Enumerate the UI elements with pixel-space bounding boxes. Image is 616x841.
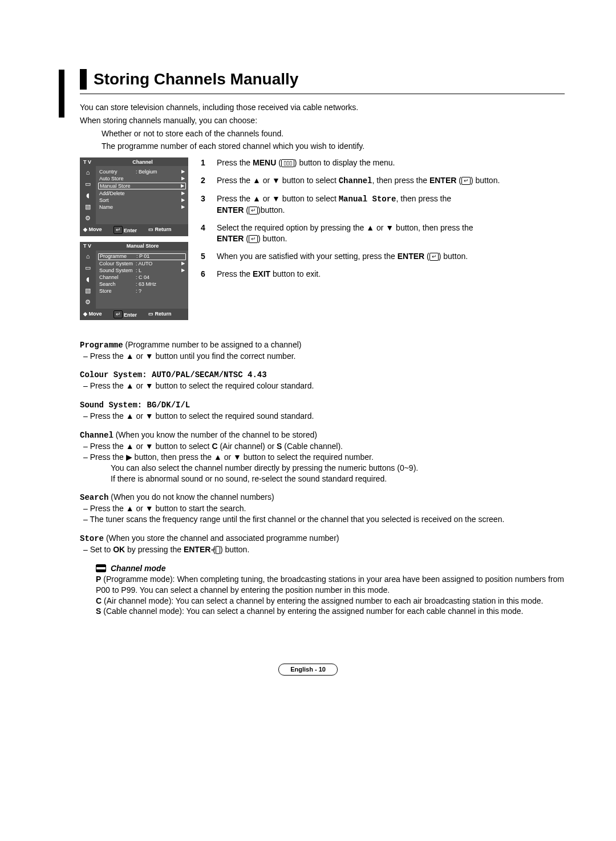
chevron-right-icon: ▶	[181, 197, 185, 204]
osd-foot-return: ▭ Return	[148, 226, 172, 234]
def-sound-system: Sound System: BG/DK/I/L – Press the ▲ or…	[80, 399, 565, 422]
def-channel: Channel (When you know the number of the…	[80, 430, 565, 484]
chevron-right-icon: ▶	[181, 261, 185, 267]
step-6: 6 Press the EXIT button to exit.	[201, 269, 565, 280]
tv-icon: ⌂	[83, 253, 92, 261]
enter-icon: ↵	[249, 207, 258, 215]
picture-icon: ▭	[83, 180, 92, 188]
intro-line-1: You can store television channels, inclu…	[80, 102, 565, 113]
title-row: Storing Channels Manually	[80, 68, 565, 90]
osd-column: T V Channel ⌂ ▭ ◖ ▧ ⚙ Country: Belgium▶ …	[80, 157, 188, 325]
osd1-title-left: T V	[83, 159, 100, 165]
side-marker	[59, 70, 64, 118]
osd2-row-sound: Sound System: L▶	[99, 268, 185, 274]
chevron-right-icon: ▶	[181, 204, 185, 211]
osd-foot-move: ◆ Move	[83, 310, 102, 318]
page-title: Storing Channels Manually	[94, 68, 298, 90]
intro-line-2: When storing channels manually, you can …	[80, 115, 565, 126]
step-2: 2 Press the ▲ or ▼ button to select Chan…	[201, 175, 565, 187]
def-store: Store (When you store the channel and as…	[80, 533, 565, 555]
osd1-footer: ◆ Move ↵ Enter ▭ Return	[80, 224, 188, 236]
setup-icon: ⚙	[83, 214, 92, 222]
chevron-right-icon: ▶	[181, 268, 185, 274]
enter-icon: ↵	[249, 235, 258, 243]
menu-icon: ▯▯▯	[281, 159, 294, 167]
sound-icon: ◖	[83, 276, 92, 284]
osd2-footer: ◆ Move ↵ Enter ▭ Return	[80, 309, 188, 320]
enter-icon: ↵	[216, 546, 220, 554]
title-rule	[80, 94, 565, 94]
intro-sub-2: The programme number of each stored chan…	[80, 141, 565, 152]
chevron-right-icon: ▶	[181, 176, 185, 182]
osd-menu-channel: T V Channel ⌂ ▭ ◖ ▧ ⚙ Country: Belgium▶ …	[80, 157, 188, 236]
step-1: 1 Press the MENU (▯▯▯) button to display…	[201, 157, 565, 168]
osd2-title-center: Manual Store	[100, 242, 185, 249]
channel-mode-title: Channel mode	[111, 564, 165, 573]
note-icon	[96, 564, 106, 572]
page-footer: English - 10	[0, 664, 616, 676]
chevron-right-icon: ▶	[181, 183, 184, 189]
steps-column: 1 Press the MENU (▯▯▯) button to display…	[201, 157, 565, 286]
chmode-c: C (Air channel mode): You can select a c…	[96, 596, 565, 607]
osd-foot-enter: ↵ Enter	[114, 310, 137, 318]
osd2-row-channel: Channel: C 04	[99, 274, 185, 281]
step-3: 3 Press the ▲ or ▼ button to select Manu…	[201, 193, 565, 216]
osd2-row-colour: Colour System: AUTO▶	[99, 261, 185, 268]
channel-icon: ▧	[83, 287, 92, 295]
manual-page: Storing Channels Manually You can store …	[0, 0, 616, 841]
setup-icon: ⚙	[83, 298, 92, 306]
enter-icon: ↵	[114, 226, 123, 234]
osd1-row-name: Name▶	[99, 204, 185, 211]
enter-icon: ↵	[114, 310, 123, 318]
osd1-header: T V Channel	[80, 157, 188, 166]
title-bar-icon	[80, 69, 87, 90]
channel-icon: ▧	[83, 203, 92, 211]
osd-foot-move: ◆ Move	[83, 226, 102, 234]
osd-foot-return: ▭ Return	[148, 310, 172, 318]
osd-menu-manualstore: T V Manual Store ⌂ ▭ ◖ ▧ ⚙ Programme: P …	[80, 242, 188, 320]
tv-icon: ⌂	[83, 168, 92, 176]
osd1-list: Country: Belgium▶ Auto Store▶ Manual Sto…	[96, 166, 188, 224]
footer-pill: English - 10	[278, 664, 338, 676]
osd2-header: T V Manual Store	[80, 242, 188, 250]
osd1-row-manualstore: Manual Store▶	[98, 183, 186, 189]
definitions: Programme (Programme number to be assign…	[80, 339, 565, 617]
osd2-title-left: T V	[83, 242, 100, 249]
two-column-layout: T V Channel ⌂ ▭ ◖ ▧ ⚙ Country: Belgium▶ …	[80, 157, 565, 325]
chmode-s: S (Cable channel mode): You can select a…	[96, 606, 565, 617]
osd1-row-autostore: Auto Store▶	[99, 175, 185, 182]
osd2-row-programme: Programme: P 01	[98, 253, 186, 260]
def-programme: Programme (Programme number to be assign…	[80, 339, 565, 362]
step-5: 5 When you are satisfied with your setti…	[201, 251, 565, 262]
def-search: Search (When you do not know the channel…	[80, 492, 565, 525]
def-colour-system: Colour System: AUTO/PAL/SECAM/NTSC 4.43 …	[80, 369, 565, 391]
osd-foot-enter: ↵ Enter	[114, 226, 137, 234]
chmode-p: P (Programme mode): When completing tuni…	[96, 574, 565, 596]
osd2-row-search: Search: 63 MHz	[99, 281, 185, 288]
osd2-row-store: Store: ?	[99, 288, 185, 295]
osd1-title-center: Channel	[100, 159, 185, 165]
picture-icon: ▭	[83, 264, 92, 272]
intro-sub-1: Whether or not to store each of the chan…	[80, 128, 565, 139]
osd1-body: ⌂ ▭ ◖ ▧ ⚙ Country: Belgium▶ Auto Store▶ …	[80, 166, 188, 224]
enter-icon: ↵	[429, 253, 439, 261]
chevron-right-icon: ▶	[181, 169, 185, 175]
osd2-list: Programme: P 01 Colour System: AUTO▶ Sou…	[96, 250, 188, 309]
enter-icon: ↵	[461, 177, 471, 185]
osd2-body: ⌂ ▭ ◖ ▧ ⚙ Programme: P 01 Colour System:…	[80, 250, 188, 309]
step-list: 1 Press the MENU (▯▯▯) button to display…	[201, 157, 565, 279]
osd1-row-sort: Sort▶	[99, 197, 185, 204]
osd1-row-adddelete: Add/Delete▶	[99, 190, 185, 197]
osd2-icon-strip: ⌂ ▭ ◖ ▧ ⚙	[80, 250, 96, 309]
channel-mode-section: Channel mode P (Programme mode): When co…	[80, 563, 565, 617]
chevron-right-icon: ▶	[181, 191, 185, 197]
osd1-icon-strip: ⌂ ▭ ◖ ▧ ⚙	[80, 166, 96, 224]
step-4: 4 Select the required option by pressing…	[201, 223, 565, 244]
osd1-row-country: Country: Belgium▶	[99, 168, 185, 175]
sound-icon: ◖	[83, 191, 92, 199]
